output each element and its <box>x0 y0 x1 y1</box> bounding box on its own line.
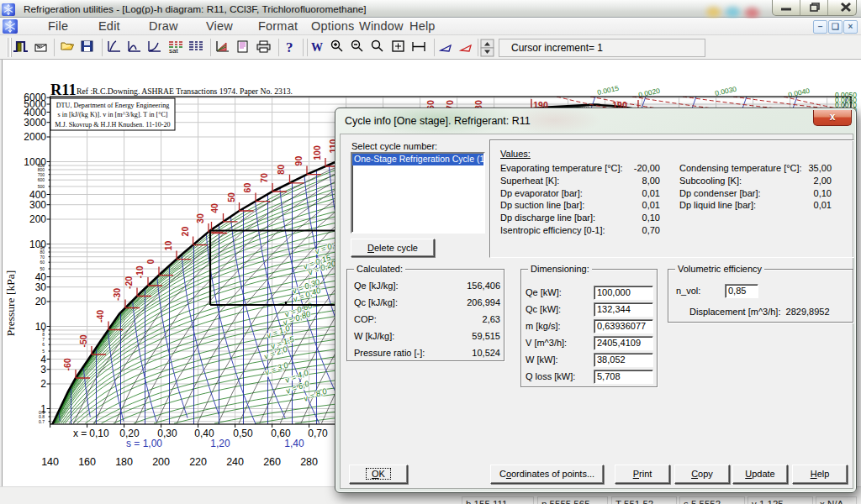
svg-text:70: 70 <box>40 255 45 260</box>
svg-text:-20: -20 <box>124 276 134 289</box>
svg-text:W: W <box>311 41 323 54</box>
svg-text:900: 900 <box>38 163 45 168</box>
svg-text:Ref :R.C.Downing. ASHRAE Trans: Ref :R.C.Downing. ASHRAE Transactions 19… <box>77 87 293 96</box>
svg-text:3000: 3000 <box>24 117 46 129</box>
svg-text:-50: -50 <box>78 334 88 347</box>
svg-text:0,70: 0,70 <box>308 428 328 439</box>
svg-text:160: 160 <box>78 456 96 468</box>
svg-text:2000: 2000 <box>24 131 46 143</box>
svg-text:0.0020: 0.0020 <box>637 87 661 99</box>
svg-text:200: 200 <box>152 456 170 468</box>
svg-text:-10: -10 <box>135 265 145 278</box>
svg-text:x =: x = <box>73 428 87 439</box>
svg-text:100: 100 <box>312 145 322 160</box>
svg-text:600: 600 <box>38 177 45 182</box>
svg-text:0,10: 0,10 <box>89 428 109 439</box>
svg-text:0: 0 <box>145 260 156 265</box>
svg-text:R11: R11 <box>50 81 77 98</box>
svg-text:90: 90 <box>293 156 304 166</box>
svg-text:-30: -30 <box>112 288 122 301</box>
svg-text:Pressure [kPa]: Pressure [kPa] <box>4 270 17 336</box>
svg-text:0.0015: 0.0015 <box>596 84 620 97</box>
svg-text:30: 30 <box>35 281 47 293</box>
svg-text:400: 400 <box>29 189 46 201</box>
svg-text:s in [kJ/(kg K)]. v in [m^3/kg: s in [kJ/(kg K)]. v in [m^3/kg]. T in [°… <box>57 111 167 118</box>
svg-text:280: 280 <box>300 456 318 468</box>
svg-text:80: 80 <box>277 165 287 175</box>
svg-text:500: 500 <box>38 184 45 189</box>
svg-text:7: 7 <box>42 337 45 342</box>
svg-text:300: 300 <box>29 199 46 211</box>
svg-text:220: 220 <box>189 456 207 468</box>
svg-text:5: 5 <box>42 349 45 354</box>
svg-text:10: 10 <box>35 321 47 333</box>
svg-text:0,50: 0,50 <box>233 428 253 439</box>
svg-text:M.J. Skovrup & H.J.H Knudsen.: M.J. Skovrup & H.J.H Knudsen. 11-10-20 <box>55 121 170 129</box>
svg-text:1,40: 1,40 <box>284 438 304 449</box>
svg-text:40: 40 <box>210 203 220 213</box>
svg-text:DTU, Department of Energy Engi: DTU, Department of Energy Engineering <box>56 102 169 109</box>
svg-text:0.0030: 0.0030 <box>714 85 737 97</box>
svg-text:60: 60 <box>40 260 45 265</box>
svg-text:140: 140 <box>41 456 59 468</box>
svg-text:0.0040: 0.0040 <box>787 87 811 99</box>
svg-text:4: 4 <box>40 354 46 365</box>
svg-text:sat: sat <box>169 47 178 55</box>
svg-text:700: 700 <box>38 172 45 177</box>
svg-text:0.7: 0.7 <box>39 419 45 424</box>
svg-text:90: 90 <box>40 245 45 250</box>
svg-text:-40: -40 <box>95 310 105 323</box>
svg-text:50: 50 <box>40 266 45 271</box>
svg-text:9: 9 <box>42 328 45 333</box>
svg-text:6: 6 <box>42 342 45 347</box>
svg-text:180: 180 <box>115 456 133 468</box>
svg-text:10: 10 <box>163 241 173 251</box>
svg-text:260: 260 <box>263 456 281 468</box>
svg-text:200: 200 <box>29 213 46 225</box>
svg-text:20: 20 <box>35 296 47 307</box>
svg-text:2: 2 <box>40 378 46 390</box>
svg-text:50: 50 <box>226 192 236 202</box>
svg-text:60: 60 <box>242 183 252 193</box>
svg-text:1,20: 1,20 <box>210 438 230 449</box>
svg-text:3: 3 <box>40 364 46 375</box>
svg-text:30: 30 <box>195 213 205 223</box>
svg-text:40: 40 <box>35 271 47 283</box>
svg-text:70: 70 <box>259 173 269 183</box>
svg-text:-60: -60 <box>62 358 72 370</box>
svg-text:20: 20 <box>180 227 190 237</box>
svg-text:6000: 6000 <box>24 92 46 103</box>
svg-text:s = 1,00: s = 1,00 <box>126 438 162 449</box>
svg-text:240: 240 <box>226 456 244 468</box>
svg-text:?: ? <box>286 39 293 55</box>
